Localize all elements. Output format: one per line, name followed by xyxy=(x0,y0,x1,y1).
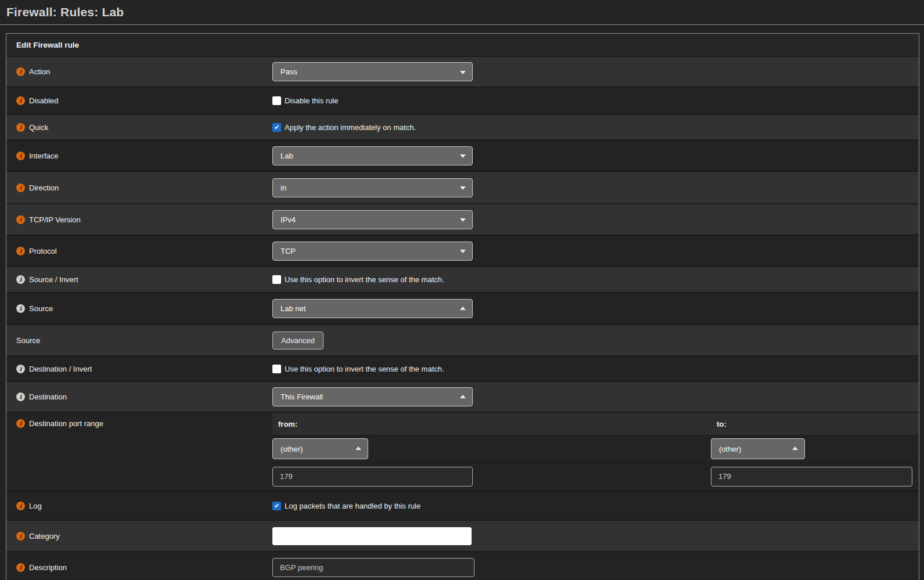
caret-down-icon xyxy=(460,154,466,158)
protocol-select[interactable]: TCP xyxy=(272,242,473,261)
row-label-protocol: Protocol xyxy=(29,247,57,255)
info-icon[interactable]: i xyxy=(16,419,25,428)
info-icon[interactable]: i xyxy=(16,304,25,313)
caret-up-icon xyxy=(460,307,466,310)
destination-select-value: This Firewall xyxy=(281,392,323,401)
quick-checkbox-label: Apply the action immediately on match. xyxy=(285,123,416,132)
port-from-select-value: (other) xyxy=(281,445,303,453)
label-cell-direction: iDirection xyxy=(6,172,272,203)
label-cell-destination-port-range: iDestination port range xyxy=(6,413,272,491)
info-icon[interactable]: i xyxy=(16,96,25,105)
category-input[interactable] xyxy=(272,527,472,545)
source-advanced-button[interactable]: Advanced xyxy=(272,332,323,350)
info-icon[interactable]: i xyxy=(16,563,25,572)
info-icon[interactable]: i xyxy=(16,123,25,132)
row-label-action: Action xyxy=(29,67,50,76)
label-cell-log: iLog xyxy=(6,492,272,520)
form-row-disabled: iDisabledDisable this rule xyxy=(6,87,919,114)
description-input[interactable] xyxy=(272,558,474,577)
info-icon[interactable]: i xyxy=(16,247,25,255)
info-icon[interactable]: i xyxy=(16,532,25,541)
row-label-log: Log xyxy=(29,502,42,510)
port-from-select[interactable]: (other) xyxy=(272,438,368,459)
info-icon[interactable]: i xyxy=(16,215,25,224)
form-row-quick: iQuick✔Apply the action immediately on m… xyxy=(6,114,919,139)
port-to-select-value: (other) xyxy=(719,445,741,453)
label-cell-description: iDescription xyxy=(6,552,272,580)
port-from-header-label: from: xyxy=(278,420,297,428)
value-cell-description xyxy=(272,552,919,580)
action-select-value: Pass xyxy=(281,67,297,76)
port-to-input[interactable] xyxy=(711,467,912,487)
value-cell-source-invert: Use this option to invert the sense of t… xyxy=(272,267,919,292)
source-invert-checkbox-label: Use this option to invert the sense of t… xyxy=(285,275,444,284)
info-icon[interactable]: i xyxy=(16,392,25,401)
row-label-source: Source xyxy=(29,304,53,313)
log-checkbox-label: Log packets that are handled by this rul… xyxy=(285,502,420,510)
row-label-disabled: Disabled xyxy=(29,96,59,105)
titlebar: Firewall: Rules: Lab xyxy=(0,0,924,25)
row-label-destination: Destination xyxy=(29,392,67,401)
page-title: Firewall: Rules: Lab xyxy=(6,5,924,19)
form-row-tcpip-version: iTCP/IP VersionIPv4 xyxy=(6,203,919,235)
row-label-quick: Quick xyxy=(29,123,48,132)
form-row-source-advanced: SourceAdvanced xyxy=(6,324,919,355)
form-row-description: iDescription xyxy=(6,551,919,580)
direction-select[interactable]: in xyxy=(272,178,473,197)
form-row-source-invert: iSource / InvertUse this option to inver… xyxy=(6,266,919,292)
port-range-select-row: (other)(other) xyxy=(272,435,919,462)
disabled-checkbox[interactable] xyxy=(272,96,281,105)
tcpip-version-select[interactable]: IPv4 xyxy=(272,210,473,229)
port-to-select-cell: (other) xyxy=(711,435,919,462)
row-label-destination-port-range: Destination port range xyxy=(29,419,103,428)
destination-invert-checkbox[interactable] xyxy=(272,365,281,373)
label-cell-destination-invert: iDestination / Invert xyxy=(6,356,272,381)
port-range-header-row: from:to: xyxy=(272,413,919,435)
caret-down-icon xyxy=(460,71,466,74)
info-icon[interactable]: i xyxy=(16,365,25,373)
caret-up-icon xyxy=(460,395,466,398)
info-icon[interactable]: i xyxy=(16,275,25,284)
firewall-rule-form: iActionPassiDisabledDisable this ruleiQu… xyxy=(6,56,919,580)
label-cell-source-advanced: Source xyxy=(6,325,272,355)
interface-select[interactable]: Lab xyxy=(272,146,473,165)
info-icon[interactable]: i xyxy=(16,183,25,192)
interface-select-value: Lab xyxy=(281,152,293,160)
direction-select-value: in xyxy=(281,183,286,192)
destination-invert-checkbox-label: Use this option to invert the sense of t… xyxy=(285,365,444,373)
value-cell-protocol: TCP xyxy=(272,236,919,266)
info-icon[interactable]: i xyxy=(16,67,25,76)
source-select[interactable]: Lab net xyxy=(272,299,473,318)
form-row-action: iActionPass xyxy=(6,56,919,87)
source-invert-checkbox[interactable] xyxy=(272,275,281,284)
port-to-input-cell xyxy=(711,463,919,490)
port-from-input[interactable] xyxy=(272,467,473,487)
value-cell-direction: in xyxy=(272,172,919,203)
port-to-select[interactable]: (other) xyxy=(711,438,805,459)
form-row-interface: iInterfaceLab xyxy=(6,139,919,171)
label-cell-protocol: iProtocol xyxy=(6,236,272,266)
row-label-interface: Interface xyxy=(29,152,59,160)
caret-up-icon xyxy=(355,446,361,450)
label-cell-category: iCategory xyxy=(6,521,272,551)
value-cell-tcpip-version: IPv4 xyxy=(272,204,919,235)
label-cell-destination: iDestination xyxy=(6,382,272,412)
value-cell-source: Lab net xyxy=(272,293,919,324)
port-to-header-cell: to: xyxy=(711,413,919,435)
form-row-source: iSourceLab net xyxy=(6,292,919,324)
action-select[interactable]: Pass xyxy=(272,62,473,81)
row-label-description: Description xyxy=(29,563,67,572)
destination-select[interactable]: This Firewall xyxy=(272,387,473,406)
info-icon[interactable]: i xyxy=(16,502,25,510)
value-cell-destination-port-range: from:to:(other)(other) xyxy=(272,413,919,491)
quick-checkbox[interactable]: ✔ xyxy=(272,123,281,132)
form-row-category: iCategory xyxy=(6,520,919,551)
port-from-select-cell: (other) xyxy=(272,435,711,462)
log-checkbox[interactable]: ✔ xyxy=(272,502,281,510)
info-icon[interactable]: i xyxy=(16,152,25,160)
row-label-category: Category xyxy=(29,532,60,541)
value-cell-source-advanced: Advanced xyxy=(272,325,919,355)
value-cell-interface: Lab xyxy=(272,141,919,171)
value-cell-category xyxy=(272,521,919,551)
label-cell-action: iAction xyxy=(6,57,272,87)
